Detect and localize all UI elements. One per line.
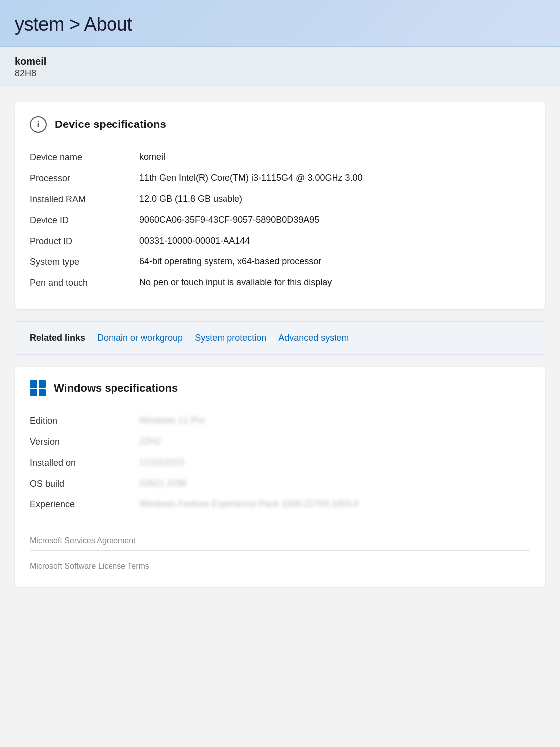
related-link[interactable]: System protection bbox=[191, 331, 270, 345]
windows-specs-header: Windows specifications bbox=[30, 380, 530, 396]
spec-label: Version bbox=[30, 436, 129, 447]
device-specs-table: Device namekomeilProcessor11th Gen Intel… bbox=[30, 147, 530, 293]
spec-label: Product ID bbox=[30, 236, 129, 247]
spec-value: 22621.3296 bbox=[139, 478, 530, 489]
device-name-bar: komeil 82H8 bbox=[0, 47, 560, 87]
related-links-bar: Related links Domain or workgroupSystem … bbox=[15, 321, 545, 355]
windows-specs-title: Windows specifications bbox=[54, 382, 178, 395]
table-row: Product ID00331-10000-00001-AA144 bbox=[30, 231, 530, 251]
table-row: OS build22621.3296 bbox=[30, 473, 530, 494]
spec-label: Installed RAM bbox=[30, 194, 129, 205]
related-link[interactable]: Domain or workgroup bbox=[93, 331, 187, 345]
spec-value: 64-bit operating system, x64-based proce… bbox=[139, 256, 530, 267]
device-specs-header: i Device specifications bbox=[30, 116, 530, 133]
spec-label: Experience bbox=[30, 499, 129, 510]
table-row: System type64-bit operating system, x64-… bbox=[30, 251, 530, 272]
spec-label: OS build bbox=[30, 478, 129, 489]
related-links-label: Related links bbox=[30, 333, 85, 343]
device-name: komeil bbox=[15, 56, 545, 67]
spec-label: Device name bbox=[30, 152, 129, 163]
spec-label: Pen and touch bbox=[30, 277, 129, 288]
windows-specs-table: EditionWindows 11 ProVersion22H2Installe… bbox=[30, 410, 530, 515]
table-row: ExperienceWindows Feature Experience Pac… bbox=[30, 494, 530, 515]
spec-value: 22H2 bbox=[139, 436, 530, 447]
table-row: Installed RAM12.0 GB (11.8 GB usable) bbox=[30, 189, 530, 210]
small-link[interactable]: Microsoft Software License Terms bbox=[30, 562, 530, 571]
spec-label: System type bbox=[30, 256, 129, 267]
table-row: Device ID9060CA06-35F9-43CF-9057-5890B0D… bbox=[30, 210, 530, 231]
spec-label: Installed on bbox=[30, 457, 129, 468]
spec-value: 00331-10000-00001-AA144 bbox=[139, 236, 530, 246]
info-icon: i bbox=[30, 116, 47, 133]
spec-value: komeil bbox=[139, 152, 530, 162]
spec-value: Windows Feature Experience Pack 1000.227… bbox=[139, 499, 530, 509]
spec-value: Windows 11 Pro bbox=[139, 415, 530, 426]
small-links: Microsoft Services AgreementMicrosoft So… bbox=[30, 523, 530, 571]
spec-label: Processor bbox=[30, 173, 129, 184]
table-row: Pen and touchNo pen or touch input is av… bbox=[30, 272, 530, 293]
table-row: Processor11th Gen Intel(R) Core(TM) i3-1… bbox=[30, 168, 530, 189]
spec-value: 11th Gen Intel(R) Core(TM) i3-1115G4 @ 3… bbox=[139, 173, 530, 183]
spec-value: No pen or touch input is available for t… bbox=[139, 277, 530, 288]
related-link[interactable]: Advanced system bbox=[274, 331, 353, 345]
spec-label: Device ID bbox=[30, 215, 129, 226]
page-header: ystem > About bbox=[0, 0, 560, 47]
table-row: Device namekomeil bbox=[30, 147, 530, 168]
spec-value: 9060CA06-35F9-43CF-9057-5890B0D39A95 bbox=[139, 215, 530, 225]
page-title: ystem > About bbox=[15, 14, 545, 35]
spec-label: Edition bbox=[30, 415, 129, 426]
windows-specs-section: Windows specifications EditionWindows 11… bbox=[15, 367, 545, 587]
device-specs-section: i Device specifications Device namekomei… bbox=[15, 102, 545, 309]
windows-icon bbox=[30, 380, 46, 396]
spec-value: 12.0 GB (11.8 GB usable) bbox=[139, 194, 530, 204]
table-row: Installed on11/10/2023 bbox=[30, 452, 530, 473]
device-model: 82H8 bbox=[15, 68, 545, 79]
device-specs-title: Device specifications bbox=[55, 118, 166, 131]
table-row: EditionWindows 11 Pro bbox=[30, 410, 530, 431]
spec-value: 11/10/2023 bbox=[139, 457, 530, 468]
table-row: Version22H2 bbox=[30, 431, 530, 452]
small-link[interactable]: Microsoft Services Agreement bbox=[30, 536, 530, 545]
